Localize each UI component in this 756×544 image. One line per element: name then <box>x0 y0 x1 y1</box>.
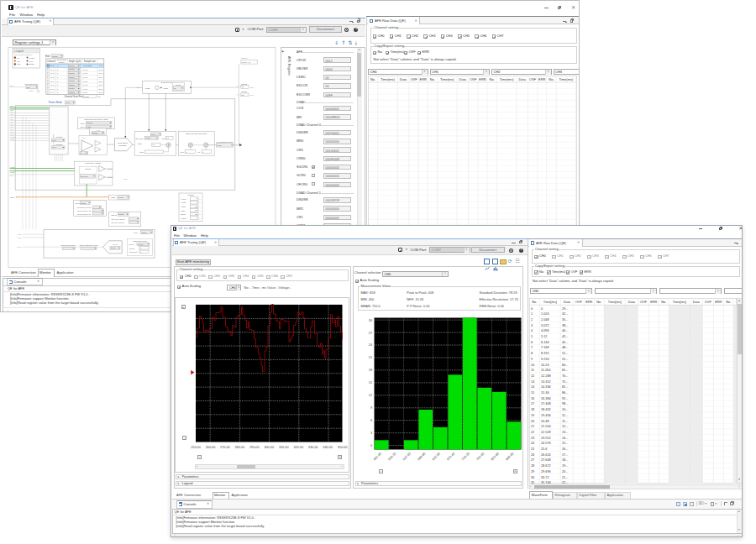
svg-text:Data: Data <box>628 300 636 304</box>
svg-text:ERR: ERR <box>419 77 427 81</box>
svg-text:AIN3: AIN3 <box>9 113 13 115</box>
svg-text:▾ Legend: ▾ Legend <box>14 50 24 53</box>
svg-text:Enable: Enable <box>69 76 76 78</box>
svg-text:Offset and Gain Correction: Offset and Gain Correction <box>186 133 207 134</box>
svg-text:Multi: Multi <box>45 55 50 58</box>
svg-text:65...: 65... <box>562 369 568 372</box>
svg-text:Time(ms): Time(ms) <box>500 77 514 81</box>
svg-text:10...: 10... <box>562 408 568 411</box>
svg-text:11...: 11... <box>562 414 568 417</box>
svg-text:1000: 1000 <box>83 76 88 79</box>
svg-text:Disable: Disable <box>87 122 93 123</box>
svg-text:CH6: CH6 <box>50 88 55 91</box>
svg-text:17...: 17... <box>562 453 568 457</box>
svg-text:27.648: 27.648 <box>541 458 551 462</box>
svg-text:CH2: CH2 <box>50 72 55 75</box>
svg-text:Control: Control <box>29 57 36 59</box>
svg-text:Clock Divider: Clock Divider <box>161 81 173 83</box>
svg-text:14.336: 14.336 <box>541 385 551 389</box>
svg-text:VREFP: VREFP <box>107 168 113 170</box>
svg-text:55...: 55... <box>562 358 568 361</box>
svg-text:17.408: 17.408 <box>541 402 551 405</box>
svg-text:OFC: OFC <box>181 151 185 153</box>
svg-text:Enable: Enable <box>69 87 76 89</box>
svg-text:AIN11: AIN11 <box>9 133 13 135</box>
svg-text:35...: 35... <box>562 318 568 322</box>
svg-text:SPS: SPS <box>99 88 103 90</box>
svg-text:Select: Select <box>85 168 91 170</box>
svg-text:Fast/Fre: Fast/Fre <box>241 57 249 59</box>
svg-text:Excitation Current: Excitation Current <box>77 207 92 208</box>
svg-text:Enable: Enable <box>142 232 148 233</box>
svg-text:1.024: 1.024 <box>541 312 549 316</box>
svg-text:23.552: 23.552 <box>541 437 551 440</box>
svg-text:24.576: 24.576 <box>541 442 551 445</box>
svg-text:13: 13 <box>531 380 534 384</box>
svg-text:Low: Low <box>66 102 71 104</box>
svg-text:MHz: MHz <box>250 86 254 88</box>
svg-text:26.624: 26.624 <box>541 453 551 457</box>
svg-text:48...: 48... <box>562 346 568 349</box>
svg-text:40...: 40... <box>562 329 568 332</box>
svg-text:24: 24 <box>531 442 534 445</box>
svg-text:Enable: Enable <box>118 196 124 198</box>
svg-text:Position: Position <box>56 136 64 138</box>
svg-text:Data: Data <box>693 300 701 304</box>
svg-text:Buffer Output/Full Drive: Buffer Output/Full Drive <box>80 244 99 246</box>
svg-text:GC: GC <box>197 151 201 153</box>
svg-text:Voltage: Voltage <box>187 194 195 196</box>
svg-text:LSW: LSW <box>123 178 128 180</box>
svg-text:SCLK: SCLK <box>139 151 144 153</box>
svg-text:VREFN: VREFN <box>107 176 113 178</box>
svg-text:Data: Data <box>564 300 571 304</box>
svg-text:Enable: Enable <box>118 213 124 215</box>
svg-text:81...: 81... <box>562 385 568 389</box>
svg-text:AIN10: AIN10 <box>9 131 13 133</box>
svg-text:1000: 1000 <box>83 92 88 94</box>
svg-text:Record Data Format: Record Data Format <box>217 141 233 143</box>
svg-text:VREF: VREF <box>111 196 117 198</box>
svg-text:ERR: ERR <box>538 77 546 81</box>
svg-text:2.048: 2.048 <box>541 318 549 322</box>
svg-text:PCLKB: PCLKB <box>241 83 248 85</box>
svg-text:75...: 75... <box>562 380 568 384</box>
svg-text:16.384: 16.384 <box>541 397 551 400</box>
svg-text:Disconnect Detection Assist: Disconnect Detection Assist <box>85 118 108 120</box>
svg-text:Number: Number <box>59 61 66 63</box>
svg-text:21.504: 21.504 <box>541 425 551 428</box>
svg-text:Connection Value: Connection Value <box>133 240 148 242</box>
svg-text:VREFN: VREFN <box>181 217 187 219</box>
svg-text:Voltage: Voltage <box>138 243 144 245</box>
svg-text:Low Pass Switch: Low Pass Switch <box>24 83 39 85</box>
svg-text:SPS: SPS <box>99 92 103 93</box>
svg-text:SPS: SPS <box>99 72 103 74</box>
svg-text:SPS: SPS <box>99 84 103 86</box>
svg-text:Time[ms]: Time[ms] <box>673 300 686 304</box>
svg-text:OVF: OVF <box>705 300 712 304</box>
svg-text:fMOD: fMOD <box>164 87 169 89</box>
svg-text:Divider: Divider <box>176 84 181 86</box>
svg-text:1000: 1000 <box>83 88 88 91</box>
svg-text:12...: 12... <box>562 425 568 428</box>
svg-text:OVF: OVF <box>640 300 648 304</box>
svg-text:15.36: 15.36 <box>541 391 549 395</box>
svg-text:ERR: ERR <box>650 300 657 304</box>
svg-text:No.: No. <box>596 300 601 304</box>
svg-text:VBIAS Pin Output: VBIAS Pin Output <box>111 218 125 220</box>
svg-text:Sample rate: Sample rate <box>84 60 97 63</box>
svg-text:16...: 16... <box>562 447 568 451</box>
svg-text:Reference Voltage: Reference Voltage <box>86 162 102 164</box>
svg-text:Channel: Channel <box>47 60 55 63</box>
svg-text:3: 3 <box>531 324 533 327</box>
svg-text:2: 2 <box>531 318 533 322</box>
svg-text:Current: Current <box>81 126 87 128</box>
svg-text:1.024: 1.024 <box>84 96 90 98</box>
svg-text:fMOD: fMOD <box>145 87 150 89</box>
svg-text:P-DS: P-DS <box>134 232 139 233</box>
svg-text:12: 12 <box>531 374 534 378</box>
svg-text:SPS: SPS <box>99 81 103 82</box>
svg-text:4.096: 4.096 <box>541 329 549 332</box>
svg-text:19.456: 19.456 <box>541 414 551 417</box>
svg-text:AINCOM: AINCOM <box>9 136 16 138</box>
svg-text:No.: No. <box>726 300 731 304</box>
